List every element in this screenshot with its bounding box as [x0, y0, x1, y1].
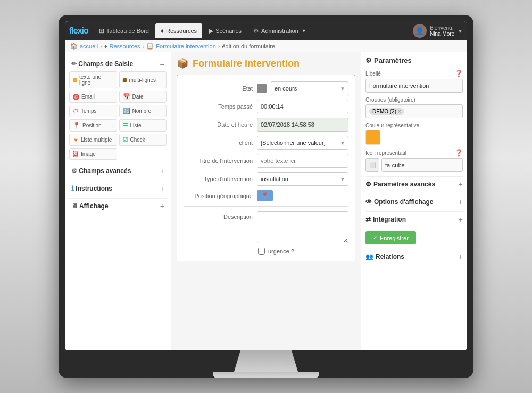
form-area: Etat en cours ▼ Temps passé [177, 75, 355, 261]
home-icon: 🏠 [70, 43, 78, 50]
instructions-header[interactable]: ℹ Instructions + [69, 181, 167, 196]
field-grid: texte une ligne ≡ multi-lignes @ Email 📅… [69, 71, 167, 160]
display-icon: 🖥 [71, 202, 78, 210]
etat-select[interactable]: en cours [271, 81, 348, 95]
dropdown-arrow-icon: ▼ [302, 28, 306, 34]
relations-header[interactable]: 👥 Relations + [365, 249, 463, 264]
icon-label: Icon représentatif ❓ [365, 149, 463, 157]
breadcrumb: 🏠 accueil › ♦ Ressources › 📋 Formulaire … [65, 40, 467, 52]
center-panel: 📦 Formulaire intervention Etat en cours … [171, 52, 361, 350]
topbar: flexio ⊞ Tableau de Bord ♦ Ressources ▶ … [65, 21, 467, 40]
field-check[interactable]: ☑ Check [119, 134, 167, 146]
nombre-icon: 🔢 [123, 108, 130, 114]
libelle-input[interactable] [365, 79, 463, 93]
description-label: Description [184, 214, 253, 220]
field-multilignes[interactable]: ≡ multi-lignes [119, 71, 167, 88]
options-affichage-header[interactable]: 👁 Options d'affichage + [365, 194, 463, 209]
temps-icon: ⏱ [73, 108, 79, 114]
email-icon: @ [73, 94, 79, 100]
type-select[interactable]: installation [257, 172, 348, 186]
temps-input[interactable] [257, 100, 348, 113]
field-nombre[interactable]: 🔢 Nombre [119, 105, 167, 117]
champs-avances-expand: + [160, 167, 164, 175]
form-row-position: Position géographique 📍 [184, 190, 348, 201]
info-icon: ℹ [71, 185, 74, 192]
listemultiple-icon: ▼ [73, 137, 79, 143]
form-row-description: Description [184, 211, 348, 243]
user-dropdown-icon: ▼ [458, 28, 463, 34]
resources-icon: ♦ [161, 27, 164, 35]
image-icon: 🖼 [73, 151, 79, 157]
state-badge [257, 84, 267, 93]
couleur-label: Couleur représentative [365, 122, 463, 128]
champs-saisie-header[interactable]: ✏ Champs de Saisie – [69, 56, 167, 71]
form-title: 📦 Formulaire intervention [177, 58, 355, 69]
nav-tab-resources[interactable]: ♦ Ressources [155, 23, 202, 38]
form-icon-bc: 📋 [146, 43, 154, 50]
titre-input[interactable] [257, 154, 348, 168]
champs-saisie-collapse: – [160, 60, 164, 68]
breadcrumb-current: édition du formulaire [222, 43, 275, 50]
field-temps[interactable]: ⏱ Temps [69, 105, 117, 117]
form-row-date: Date et heure [184, 118, 348, 132]
description-textarea[interactable] [257, 211, 348, 243]
main-content: ✏ Champs de Saisie – texte une ligne ≡ m… [65, 52, 467, 350]
resources-icon-bc: ♦ [104, 43, 107, 50]
field-liste[interactable]: ☰ Liste [119, 119, 167, 132]
libelle-label: Libellé ❓ [365, 70, 463, 77]
form-row-etat: Etat en cours ▼ [184, 81, 348, 95]
temps-label: Temps passé [184, 103, 253, 110]
urgence-checkbox[interactable] [258, 248, 265, 255]
user-menu[interactable]: 👤 Bienvenu, Nina More ▼ [413, 24, 463, 38]
nav-tab-dashboard[interactable]: ⊞ Tableau de Bord [94, 23, 154, 38]
param-avances-expand: + [459, 180, 463, 189]
color-swatch[interactable] [365, 130, 380, 145]
admin-icon: ⚙ [253, 27, 259, 35]
demo-tag: DEMO (2) × [369, 108, 404, 115]
form-row-type: Type d'intervention installation ▼ [184, 172, 348, 186]
field-image[interactable]: 🖼 Image [69, 148, 117, 160]
relations-expand: + [459, 252, 463, 261]
champs-avances-header[interactable]: ⚙ Champs avancés + [69, 163, 167, 178]
parametres-avances-header[interactable]: ⚙ Paramètres avancés + [365, 176, 463, 192]
save-button[interactable]: ✓ Enregistrer [365, 231, 416, 244]
nav-tab-admin[interactable]: ⚙ Administration ▼ [248, 23, 312, 38]
urgence-row: urgence ? [258, 248, 348, 255]
date-input[interactable] [257, 118, 348, 132]
edit-icon: ✏ [71, 60, 77, 68]
type-label: Type d'intervention [184, 176, 253, 182]
texte-icon [73, 78, 77, 82]
form-row-temps: Temps passé [184, 100, 348, 113]
integration-header[interactable]: ⇄ Intégration + [365, 211, 463, 227]
affichage-header[interactable]: 🖥 Affichage + [69, 198, 167, 214]
tag-remove-icon[interactable]: × [398, 109, 401, 114]
groupes-tag-container[interactable]: DEMO (2) × [365, 104, 463, 118]
geo-button[interactable]: 📍 [257, 190, 273, 201]
date-icon: 📅 [123, 93, 130, 100]
icon-preview-btn: ⬜ [365, 158, 379, 172]
right-panel: ⚙ Paramètres Libellé ❓ Groupes (obligato… [361, 52, 467, 350]
form-row-titre: Titre de l'intervention [184, 154, 348, 168]
breadcrumb-form[interactable]: Formulaire intervention [156, 43, 216, 50]
options-expand: + [459, 198, 463, 206]
affichage-expand: + [160, 202, 164, 210]
breadcrumb-resources[interactable]: Ressources [110, 43, 140, 50]
nav-tab-scenarios[interactable]: ▶ Scénarios [203, 23, 247, 38]
liste-icon: ☰ [123, 122, 128, 129]
instructions-expand: + [160, 184, 164, 193]
field-texte[interactable]: texte une ligne [69, 71, 117, 88]
client-select[interactable]: [Sélectionner une valeur] [257, 136, 348, 150]
icon-input[interactable] [381, 158, 463, 172]
form-title-icon: 📦 [177, 58, 188, 69]
parametres-title: ⚙ Paramètres [365, 56, 463, 64]
field-date[interactable]: 📅 Date [119, 91, 167, 103]
field-email[interactable]: @ Email [69, 91, 117, 103]
check-icon: ☑ [123, 136, 128, 143]
breadcrumb-home[interactable]: accueil [80, 43, 98, 50]
field-liste-multiple[interactable]: ▼ Liste multiple [69, 134, 117, 146]
user-info: Bienvenu, Nina More [430, 25, 454, 37]
field-position[interactable]: 📍 Position [69, 119, 117, 132]
etat-label: Etat [184, 85, 253, 92]
position-icon: 📍 [73, 122, 80, 129]
titre-label: Titre de l'intervention [184, 158, 253, 164]
